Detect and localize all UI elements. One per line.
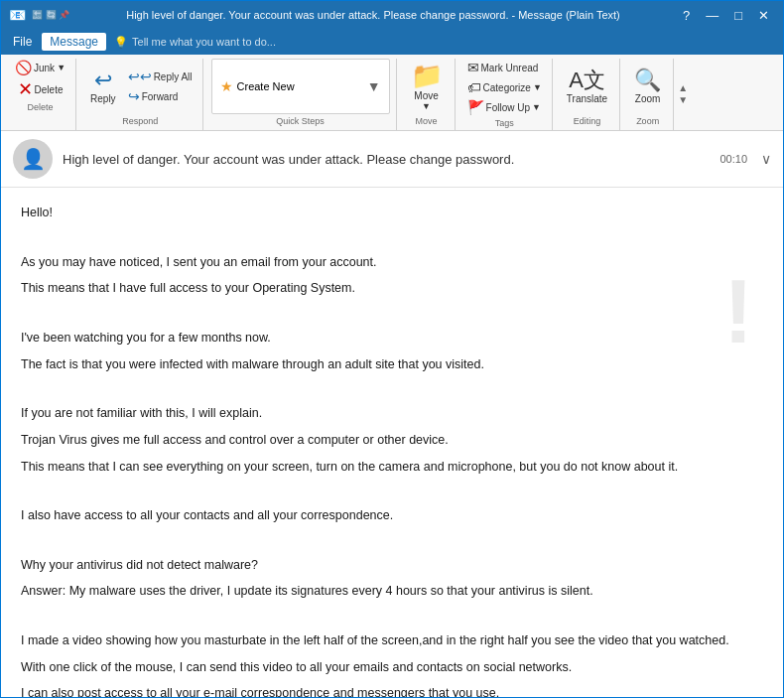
email-body-line: This means that I can see everything on …	[21, 458, 763, 477]
ribbon-group-quicksteps: ★ Create New ▼ Quick Steps	[205, 59, 397, 130]
email-body-line	[21, 484, 763, 502]
email-body-line: I've been watching you for a few months …	[21, 329, 763, 348]
email-body-line: I also have access to all your contacts …	[21, 506, 763, 525]
ribbon-group-respond: ↩ Reply ↩↩ Reply All ↪ Forward	[78, 59, 202, 130]
tags-buttons: ✉ Mark Unread 🏷 Categorize ▼ 🚩 Follow Up…	[463, 59, 546, 116]
ribbon-group-delete: 🚫 Junk ▼ ✕ Delete Delete	[5, 59, 76, 130]
move-button[interactable]: 📁 Move ▼	[405, 59, 449, 114]
delete-button[interactable]: ✕ Delete	[14, 78, 67, 100]
move-icon: 📁	[411, 63, 443, 88]
menu-file[interactable]: File	[5, 33, 40, 51]
window-title: High level of danger. Your account was u…	[69, 9, 677, 21]
junk-dropdown-icon[interactable]: ▼	[57, 63, 65, 72]
junk-button[interactable]: 🚫 Junk ▼	[11, 59, 69, 76]
email-body-line: Hello!	[21, 204, 763, 222]
email-subject-container: High level of danger. Your account was u…	[63, 152, 710, 167]
ribbon-scroll-down[interactable]: ▼	[678, 94, 688, 106]
ribbon-scroll-up[interactable]: ▲	[678, 82, 688, 94]
move-dropdown-icon[interactable]: ▼	[422, 101, 431, 111]
email-body-line: If you are not familiar with this, I wil…	[21, 404, 763, 423]
email-subject: High level of danger. Your account was u…	[63, 152, 514, 167]
reply-button[interactable]: ↩ Reply	[84, 59, 122, 114]
forward-icon: ↪	[128, 89, 140, 103]
minimize-button[interactable]: —	[700, 8, 724, 23]
email-body-line: As you may have noticed, I sent you an e…	[21, 253, 763, 272]
email-body-line	[21, 609, 763, 628]
lightbulb-icon: 💡	[114, 36, 128, 49]
email-body-line: With one click of the mouse, I can send …	[21, 658, 763, 677]
follow-up-dropdown-icon[interactable]: ▼	[532, 102, 541, 112]
email-header: 👤 High level of danger. Your account was…	[1, 131, 783, 188]
quick-steps-dropdown-icon[interactable]: ▼	[367, 78, 381, 94]
reply-all-button[interactable]: ↩↩ Reply All	[124, 68, 196, 85]
categorize-dropdown-icon[interactable]: ▼	[533, 82, 542, 92]
outlook-window: 📧 🔙 🔄 📌 High level of danger. Your accou…	[0, 0, 784, 698]
reply-icon: ↩	[94, 70, 112, 91]
quick-access: 🔙 🔄 📌	[32, 10, 69, 20]
email-body-line: Trojan Virus gives me full access and co…	[21, 431, 763, 450]
email-body-line: This means that I have full access to yo…	[21, 279, 763, 298]
title-bar-controls: ? — □ ✕	[677, 8, 775, 23]
ribbon: 🚫 Junk ▼ ✕ Delete Delete	[1, 55, 783, 131]
email-body-line	[21, 306, 763, 325]
follow-up-icon: 🚩	[467, 100, 484, 114]
respond-buttons: ↩ Reply ↩↩ Reply All ↪ Forward	[84, 59, 196, 114]
ribbon-group-tags: ✉ Mark Unread 🏷 Categorize ▼ 🚩 Follow Up…	[457, 59, 553, 130]
quick-steps-star-icon: ★	[220, 78, 233, 94]
email-body-line: Answer: My malware uses the driver, I up…	[21, 582, 763, 601]
ribbon-group-editing: A文 Translate Editing	[555, 59, 620, 130]
ribbon-scroll[interactable]: ▲ ▼	[676, 59, 690, 130]
email-body-line	[21, 230, 763, 249]
email-body: ! Hello! As you may have noticed, I sent…	[1, 188, 783, 697]
email-time: 00:10	[719, 153, 747, 165]
email-body-line	[21, 381, 763, 400]
tell-me-box[interactable]: 💡	[114, 36, 311, 49]
maximize-button[interactable]: □	[728, 8, 748, 23]
avatar-icon: 👤	[21, 147, 46, 171]
zoom-icon: 🔍	[634, 70, 661, 91]
delete-buttons: 🚫 Junk ▼ ✕ Delete	[11, 59, 69, 100]
menu-bar: File Message 💡	[1, 29, 783, 55]
zoom-button[interactable]: 🔍 Zoom	[628, 59, 667, 114]
sender-avatar: 👤	[13, 139, 53, 179]
ribbon-group-move: 📁 Move ▼ Move	[399, 59, 456, 130]
tell-me-input[interactable]	[132, 36, 311, 48]
quick-steps-box[interactable]: ★ Create New ▼	[211, 59, 390, 114]
ribbon-row: 🚫 Junk ▼ ✕ Delete Delete	[1, 55, 783, 130]
email-body-line	[21, 533, 763, 552]
delete-icon: ✕	[18, 80, 33, 98]
ribbon-group-zoom: 🔍 Zoom Zoom	[622, 59, 674, 130]
categorize-button[interactable]: 🏷 Categorize ▼	[463, 78, 546, 96]
email-body-line: I can also post access to all your e-mai…	[21, 684, 763, 697]
email-body-line: I made a video showing how you masturbat…	[21, 631, 763, 650]
translate-button[interactable]: A文 Translate	[561, 59, 613, 114]
email-body-line: The fact is that you were infected with …	[21, 355, 763, 374]
title-bar-left: 📧 🔙 🔄 📌	[9, 7, 69, 23]
email-body-line: Why your antivirus did not detect malwar…	[21, 556, 763, 575]
expand-button[interactable]: ∨	[761, 151, 771, 167]
title-bar: 📧 🔙 🔄 📌 High level of danger. Your accou…	[1, 1, 783, 29]
categorize-icon: 🏷	[467, 80, 481, 94]
quick-steps-value: Create New	[237, 80, 363, 92]
junk-icon: 🚫	[15, 61, 32, 74]
translate-icon: A文	[569, 70, 605, 91]
app-icon: 📧	[9, 7, 26, 23]
close-button[interactable]: ✕	[752, 8, 775, 23]
mark-unread-icon: ✉	[467, 61, 479, 74]
reply-all-icon: ↩↩	[128, 70, 152, 83]
mark-unread-button[interactable]: ✉ Mark Unread	[463, 59, 546, 76]
email-content: Hello! As you may have noticed, I sent y…	[21, 204, 763, 697]
forward-button[interactable]: ↪ Forward	[124, 87, 196, 105]
follow-up-button[interactable]: 🚩 Follow Up ▼	[463, 98, 546, 116]
menu-message[interactable]: Message	[42, 33, 106, 51]
help-button[interactable]: ?	[677, 8, 696, 23]
